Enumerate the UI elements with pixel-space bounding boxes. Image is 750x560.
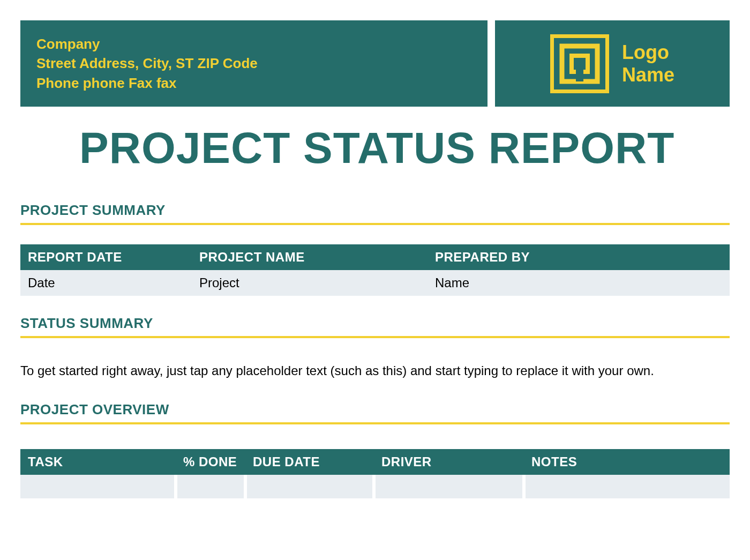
cell-driver[interactable] (374, 475, 524, 498)
col-notes: NOTES (524, 449, 730, 475)
table-row (20, 475, 730, 498)
cell-prepared-by[interactable]: Name (428, 270, 730, 296)
cell-report-date[interactable]: Date (20, 270, 192, 296)
col-project-name: PROJECT NAME (192, 244, 428, 270)
cell-due-date[interactable] (245, 475, 374, 498)
col-driver: DRIVER (374, 449, 524, 475)
logo-icon (550, 34, 609, 93)
cell-notes[interactable] (524, 475, 730, 498)
col-prepared-by: PREPARED BY (428, 244, 730, 270)
table-row: Date Project Name (20, 270, 730, 296)
col-due-date: DUE DATE (245, 449, 374, 475)
col-task: TASK (20, 449, 176, 475)
cell-task[interactable] (20, 475, 176, 498)
company-name[interactable]: Company (36, 34, 471, 54)
page-title: PROJECT STATUS REPORT (79, 123, 730, 173)
company-address[interactable]: Street Address, City, ST ZIP Code (36, 54, 471, 73)
company-contact[interactable]: Phone phone Fax fax (36, 73, 471, 93)
col-report-date: REPORT DATE (20, 244, 192, 270)
logo-text-line2: Name (622, 64, 674, 86)
logo-text[interactable]: Logo Name (622, 41, 674, 86)
project-summary-table: REPORT DATE PROJECT NAME PREPARED BY Dat… (20, 244, 730, 296)
project-overview-table: TASK % DONE DUE DATE DRIVER NOTES (20, 449, 730, 498)
header-company-block: Company Street Address, City, ST ZIP Cod… (20, 20, 488, 107)
document-page: Company Street Address, City, ST ZIP Cod… (0, 0, 750, 498)
section-heading-project-overview: PROJECT OVERVIEW (20, 401, 730, 424)
header-logo-block: Logo Name (495, 20, 730, 107)
header-row: Company Street Address, City, ST ZIP Cod… (20, 20, 730, 107)
svg-rect-3 (576, 66, 583, 81)
cell-project-name[interactable]: Project (192, 270, 428, 296)
col-pct-done: % DONE (176, 449, 245, 475)
section-heading-status-summary: STATUS SUMMARY (20, 315, 730, 338)
section-heading-project-summary: PROJECT SUMMARY (20, 202, 730, 225)
cell-pct-done[interactable] (176, 475, 245, 498)
status-summary-body[interactable]: To get started right away, just tap any … (20, 362, 730, 380)
table-header-row: REPORT DATE PROJECT NAME PREPARED BY (20, 244, 730, 270)
table-header-row: TASK % DONE DUE DATE DRIVER NOTES (20, 449, 730, 475)
logo-text-line1: Logo (622, 41, 674, 63)
